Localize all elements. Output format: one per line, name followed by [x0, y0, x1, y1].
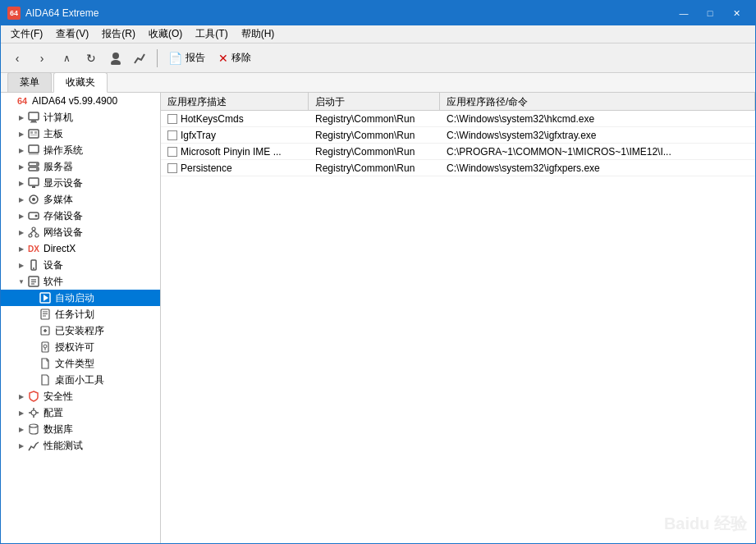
security-icon	[27, 390, 40, 403]
svg-point-14	[36, 168, 38, 170]
sidebar-item-desktop[interactable]: 桌面小工具	[1, 372, 160, 388]
chart-button[interactable]	[129, 47, 152, 70]
sidebar-item-storage[interactable]: ▶ 存储设备	[1, 208, 160, 224]
sidebar-item-tasks[interactable]: 任务计划	[1, 306, 160, 322]
maximize-button[interactable]: □	[698, 5, 722, 21]
table-row[interactable]: HotKeysCmdsRegistry\Common\RunC:\Windows…	[161, 111, 755, 127]
computer-icon	[27, 111, 40, 124]
row-checkbox-3[interactable]	[167, 163, 177, 173]
tab-favorites[interactable]: 收藏夹	[53, 72, 108, 93]
sidebar-item-computer[interactable]: ▶ 计算机	[1, 109, 160, 126]
sidebar-label-tasks: 任务计划	[55, 308, 94, 322]
sidebar-label-os: 操作系统	[44, 144, 83, 158]
menu-item-f[interactable]: 文件(F)	[4, 25, 49, 43]
network-icon	[27, 226, 40, 239]
sidebar-label-directx: DirectX	[44, 243, 76, 254]
tab-menu[interactable]: 菜单	[7, 72, 52, 92]
sidebar-item-aida64[interactable]: 64 AIDA64 v5.99.4900	[1, 93, 160, 109]
col-header-path[interactable]: 应用程序路径/命令	[440, 93, 755, 110]
cell-path-3: C:\Windows\system32\igfxpers.exe	[440, 161, 755, 176]
mainboard-icon	[27, 127, 40, 140]
remove-icon: ✕	[218, 52, 228, 65]
up-button[interactable]: ∧	[55, 47, 78, 70]
close-button[interactable]: ✕	[724, 5, 749, 21]
remove-button[interactable]: ✕ 移除	[213, 48, 257, 67]
sidebar-item-display[interactable]: ▶ 显示设备	[1, 175, 160, 191]
sidebar-item-os[interactable]: ▶ 操作系统	[1, 142, 160, 158]
sidebar-item-database[interactable]: ▶ 数据库	[1, 421, 160, 437]
cell-path-1: C:\Windows\system32\igfxtray.exe	[440, 128, 755, 143]
sidebar-item-autostart[interactable]: 自动启动	[1, 290, 160, 306]
expand-aida64	[4, 95, 16, 107]
sidebar-item-config[interactable]: ▶ 配置	[1, 405, 160, 421]
row-checkbox-0[interactable]	[167, 114, 177, 124]
table-row[interactable]: IgfxTrayRegistry\Common\RunC:\Windows\sy…	[161, 127, 755, 144]
svg-point-42	[44, 345, 47, 348]
table-row[interactable]: Microsoft Pinyin IME ...Registry\Common\…	[161, 144, 755, 160]
table-body: HotKeysCmdsRegistry\Common\RunC:\Windows…	[161, 111, 755, 544]
sidebar-item-device[interactable]: ▶ 设备	[1, 257, 160, 273]
expand-desktop	[27, 374, 39, 386]
menu-item-v[interactable]: 查看(V)	[49, 25, 95, 43]
sidebar-item-server[interactable]: ▶ 服务器	[1, 158, 160, 175]
sidebar-label-media: 多媒体	[44, 193, 73, 207]
sidebar-item-network[interactable]: ▶ 网络设备	[1, 224, 160, 240]
license-icon	[39, 341, 52, 354]
database-icon	[27, 423, 40, 436]
svg-rect-6	[30, 131, 33, 134]
sidebar-label-desktop: 桌面小工具	[55, 373, 104, 387]
window-controls: — □ ✕	[671, 5, 749, 21]
tasks-icon	[39, 308, 52, 321]
expand-autostart	[27, 292, 39, 304]
sidebar-label-filetype: 文件类型	[55, 357, 94, 371]
software-icon	[27, 275, 40, 288]
refresh-button[interactable]: ↻	[80, 47, 103, 70]
sidebar-item-mainboard[interactable]: ▶ 主板	[1, 126, 160, 142]
menu-item-h[interactable]: 帮助(H)	[235, 25, 282, 43]
sidebar-label-security: 安全性	[44, 390, 73, 404]
svg-rect-7	[34, 131, 37, 134]
menu-item-r[interactable]: 报告(R)	[95, 25, 142, 43]
back-button[interactable]: ‹	[6, 47, 29, 70]
menu-item-o[interactable]: 收藏(O)	[142, 25, 189, 43]
app-window: 64 AIDA64 Extreme — □ ✕ 文件(F)查看(V)报告(R)收…	[0, 0, 756, 544]
sidebar-label-software: 软件	[44, 275, 63, 289]
row-checkbox-1[interactable]	[167, 130, 177, 140]
svg-point-22	[29, 234, 32, 237]
report-button[interactable]: 📄 报告	[163, 48, 211, 67]
title-bar: 64 AIDA64 Extreme — □ ✕	[1, 1, 755, 25]
user-button[interactable]	[104, 47, 127, 70]
table-row[interactable]: PersistenceRegistry\Common\RunC:\Windows…	[161, 160, 755, 176]
row-checkbox-2[interactable]	[167, 147, 177, 157]
sidebar-item-software[interactable]: ▼ 软件	[1, 273, 160, 290]
filetype-icon	[39, 357, 52, 370]
menu-item-t[interactable]: 工具(T)	[189, 25, 234, 43]
svg-point-20	[35, 215, 38, 217]
col-header-name[interactable]: 应用程序描述	[161, 93, 309, 110]
svg-rect-10	[29, 153, 39, 155]
expand-database: ▶	[16, 423, 27, 435]
sidebar-item-directx[interactable]: ▶ DX DirectX	[1, 240, 160, 257]
svg-line-24	[30, 231, 34, 234]
sidebar-label-installed: 已安装程序	[55, 324, 104, 338]
cell-name-1: IgfxTray	[161, 128, 309, 143]
sidebar-item-filetype[interactable]: 文件类型	[1, 355, 160, 372]
col-header-location[interactable]: 启动于	[309, 93, 440, 110]
chart-icon	[134, 52, 147, 65]
minimize-button[interactable]: —	[671, 5, 696, 21]
sidebar: 64 AIDA64 v5.99.4900 ▶ 计算机 ▶ 主板	[1, 93, 161, 544]
expand-device: ▶	[16, 259, 27, 271]
sidebar-item-media[interactable]: ▶ 多媒体	[1, 191, 160, 208]
svg-rect-5	[29, 130, 39, 138]
sidebar-item-license[interactable]: 授权许可	[1, 339, 160, 355]
sidebar-item-installed[interactable]: 已安装程序	[1, 322, 160, 339]
forward-button[interactable]: ›	[30, 47, 53, 70]
user-icon	[109, 52, 122, 65]
sidebar-item-benchmark[interactable]: ▶ 性能测试	[1, 437, 160, 454]
cell-location-3: Registry\Common\Run	[309, 161, 440, 176]
sidebar-label-license: 授权许可	[55, 341, 94, 354]
report-icon: 📄	[168, 52, 182, 65]
app-title: AIDA64 Extreme	[25, 7, 671, 19]
sidebar-item-security[interactable]: ▶ 安全性	[1, 388, 160, 405]
sidebar-label-display: 显示设备	[44, 176, 83, 190]
